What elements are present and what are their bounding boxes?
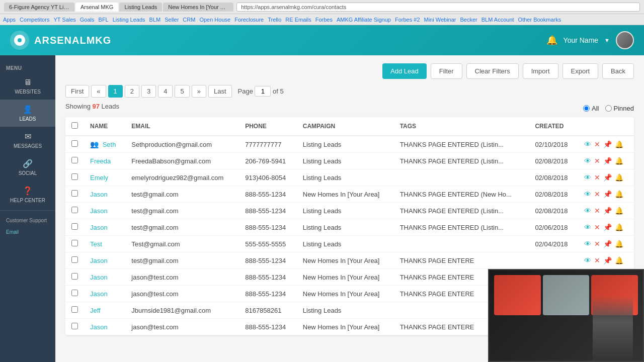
view-icon-3[interactable]: 👁 [584,190,591,198]
browser-tab-2[interactable]: Arsenal MKG [75,3,118,12]
bookmark-mini[interactable]: Mini Webinar [424,17,456,23]
view-icon-6[interactable]: 👁 [584,240,591,248]
first-page-button[interactable]: First [65,85,89,98]
row-checkbox-3[interactable] [71,190,78,197]
pin-icon-2[interactable]: 📌 [603,173,612,182]
browser-tab-3[interactable]: Listing Leads [119,3,162,12]
delete-icon-5[interactable]: ✕ [594,223,600,231]
page-5-button[interactable]: 5 [175,85,189,98]
name-link-3[interactable]: Jason [90,191,108,198]
row-checkbox-6[interactable] [71,240,78,246]
sidebar-item-leads[interactable]: 👤 LEADS [0,100,55,127]
delete-icon-6[interactable]: ✕ [594,240,600,248]
sidebar-item-social[interactable]: 🔗 SOCIAL [0,154,55,181]
name-link-9[interactable]: Jason [90,290,108,298]
bookmark-blm[interactable]: BLM [149,17,161,23]
bookmark-foreclosure[interactable]: Foreclosure [234,17,264,23]
row-checkbox-5[interactable] [71,223,78,230]
last-page-button[interactable]: Last [208,85,232,98]
bell-icon-0[interactable]: 🔔 [615,140,623,148]
view-icon-5[interactable]: 👁 [584,223,591,231]
name-link-0[interactable]: Seth [103,141,116,148]
row-checkbox-0[interactable] [71,140,78,147]
sidebar-item-messages[interactable]: ✉ MESSAGES [0,127,55,154]
pin-icon-5[interactable]: 📌 [603,223,612,231]
row-checkbox-1[interactable] [71,157,78,163]
row-checkbox-9[interactable] [71,290,78,296]
pin-icon-6[interactable]: 📌 [603,240,612,248]
bell-icon-4[interactable]: 🔔 [615,207,623,215]
bookmark-competitors[interactable]: Competitors [20,17,49,23]
name-link-7[interactable]: Jason [90,257,108,264]
export-button[interactable]: Export [562,63,599,79]
delete-icon-2[interactable]: ✕ [594,173,600,182]
bookmark-blmacct[interactable]: BLM Account [481,17,514,23]
pin-icon-4[interactable]: 📌 [603,207,612,215]
name-link-1[interactable]: Freeda [90,157,111,165]
page-3-button[interactable]: 3 [141,85,156,98]
pin-icon-7[interactable]: 📌 [603,256,612,264]
delete-icon-7[interactable]: ✕ [594,256,600,264]
name-link-2[interactable]: Emely [90,174,108,182]
bell-icon-6[interactable]: 🔔 [615,240,623,248]
bookmark-forbes[interactable]: Forbes [315,17,333,23]
row-checkbox-10[interactable] [71,306,78,313]
bookmark-bfl[interactable]: BFL [99,17,109,23]
row-checkbox-8[interactable] [71,273,78,280]
back-button[interactable]: Back [602,63,634,79]
notification-bell-icon[interactable]: 🔔 [546,35,557,46]
name-link-8[interactable]: Jason [90,274,108,281]
customer-email-link[interactable]: Email [0,228,55,236]
pin-icon-0[interactable]: 📌 [603,140,612,148]
page-1-button[interactable]: 1 [108,85,123,98]
customer-support-link[interactable]: Customer Support [0,213,55,228]
view-icon-2[interactable]: 👁 [584,173,591,182]
sidebar-item-help[interactable]: ❓ HELP CENTER [0,181,55,208]
view-icon-7[interactable]: 👁 [584,256,591,264]
all-radio-label[interactable]: All [592,105,599,112]
user-name-label[interactable]: Your Name [564,36,599,44]
avatar[interactable] [616,31,634,49]
bell-icon-5[interactable]: 🔔 [615,223,623,231]
page-number-input[interactable] [255,86,271,97]
bell-icon-3[interactable]: 🔔 [615,190,623,198]
page-2-button[interactable]: 2 [125,85,139,98]
delete-icon-3[interactable]: ✕ [594,190,600,198]
name-link-6[interactable]: Test [90,240,102,248]
bell-icon-7[interactable]: 🔔 [615,256,623,264]
bookmark-forbes2[interactable]: Forbes #2 [395,17,420,23]
page-4-button[interactable]: 4 [158,85,173,98]
row-checkbox-11[interactable] [71,323,78,329]
filter-pinned-radio[interactable]: Pinned [605,105,634,112]
bookmark-apps[interactable]: Apps [3,17,16,23]
bookmark-becker[interactable]: Becker [460,17,477,23]
select-all-checkbox[interactable] [71,122,78,129]
bookmark-yt[interactable]: YT Sales [53,17,75,23]
filter-all-radio[interactable]: All [583,105,599,112]
delete-icon-0[interactable]: ✕ [594,140,600,148]
name-link-5[interactable]: Jason [90,224,108,231]
row-checkbox-4[interactable] [71,207,78,213]
view-icon-1[interactable]: 👁 [584,157,591,165]
browser-tab-4[interactable]: New Homes In [Your Area] [163,3,233,12]
next-page-button[interactable]: » [192,85,206,98]
filter-button[interactable]: Filter [431,63,462,79]
bookmark-goals[interactable]: Goals [80,17,95,23]
delete-icon-4[interactable]: ✕ [594,207,600,215]
pin-icon-3[interactable]: 📌 [603,190,612,198]
pinned-radio-label[interactable]: Pinned [614,105,634,112]
row-checkbox-7[interactable] [71,256,78,263]
sidebar-item-websites[interactable]: 🖥 WEBSITES [0,73,55,100]
row-checkbox-2[interactable] [71,173,78,180]
name-link-4[interactable]: Jason [90,207,108,215]
delete-icon-1[interactable]: ✕ [594,157,600,165]
bookmark-amkg[interactable]: AMKG Affiliate Signup [337,17,391,23]
bell-icon-2[interactable]: 🔔 [615,173,623,182]
clear-filters-button[interactable]: Clear Filters [466,63,519,79]
name-link-11[interactable]: Jason [90,323,108,331]
prev-page-button[interactable]: « [91,85,106,98]
add-lead-button[interactable]: Add Lead [382,63,427,79]
browser-tab-1[interactable]: 6-Figure Agency YT Live Te... [4,3,74,12]
bookmark-trello[interactable]: Trello [268,17,281,23]
bell-icon-1[interactable]: 🔔 [615,157,623,165]
